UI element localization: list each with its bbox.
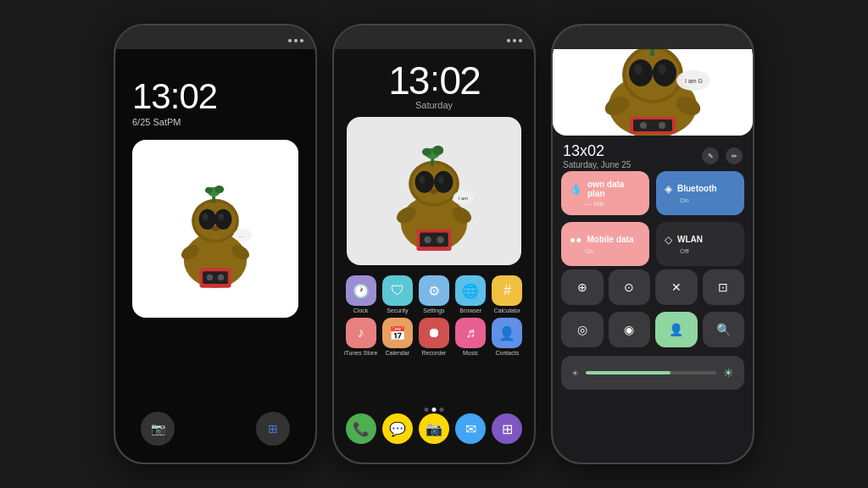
recorder-label: Recorder <box>422 350 447 357</box>
wlan-icon: ◇ <box>665 234 672 246</box>
homescreen-time: 13 : 02 <box>388 58 479 103</box>
dot-2 <box>432 408 437 412</box>
svg-point-39 <box>437 236 443 242</box>
app-music[interactable]: ♬ Music <box>453 318 488 357</box>
lockscreen-time: 13:02 <box>132 76 217 117</box>
data-plan-tile-top: 💧 own data plan <box>570 180 641 198</box>
dock-phone[interactable]: 📞 <box>343 413 379 446</box>
data-plan-tile[interactable]: 💧 own data plan — MB <box>561 171 649 215</box>
app-row-2: ♪ iTunes Store 📅 Calendar ⏺ Recorder ♬ M… <box>342 318 526 357</box>
svg-point-7 <box>204 214 208 218</box>
svg-point-28 <box>438 175 444 183</box>
lockscreen-widget: ... <box>132 140 298 318</box>
bluetooth-tile[interactable]: ◈ Bluetooth On <box>656 171 744 215</box>
small-buttons-row1: ⊕ ⊙ ✕ ⊡ <box>561 269 744 305</box>
homescreen-widget: I am <box>347 117 521 265</box>
pencil-icon[interactable]: ✏ <box>726 147 743 164</box>
dock-apps[interactable]: ⊞ <box>489 413 525 446</box>
small-btn-7[interactable]: 👤 <box>655 312 698 347</box>
phone-controlcenter: I am G 13x02 Saturday, June 25 ✎ ✏ 💧 own <box>551 24 754 464</box>
security-label: Security <box>387 308 408 314</box>
svg-point-18 <box>207 274 213 280</box>
app-security[interactable]: 🛡 Security <box>380 275 415 314</box>
small-btn-4[interactable]: ⊡ <box>703 269 745 305</box>
groot-svg-2: I am <box>375 128 493 255</box>
wlan-tile[interactable]: ◇ WLAN Off <box>656 222 744 266</box>
app-browser[interactable]: 🌐 Browser <box>453 275 488 314</box>
recorder-icon: ⏺ <box>419 318 449 348</box>
left-pill-btn[interactable]: 📷 <box>141 412 175 446</box>
app-calendar[interactable]: 📅 Calendar <box>380 318 415 357</box>
wifi-dot <box>294 39 298 42</box>
battery-dot-2 <box>519 39 522 42</box>
sms-icon: 💬 <box>382 413 413 444</box>
dock-sms[interactable]: 💬 <box>380 413 415 446</box>
homescreen-screen: 13 : 02 Saturday <box>334 25 534 463</box>
controlcenter-header: 13x02 Saturday, June 25 ✎ ✏ <box>563 142 743 169</box>
data-plan-sublabel: — MB <box>570 200 641 208</box>
mobile-data-label: Mobile data <box>587 235 634 244</box>
wlan-label: WLAN <box>677 235 703 244</box>
small-btn-8[interactable]: 🔍 <box>703 312 745 347</box>
time-colon: : <box>430 62 437 96</box>
svg-point-48 <box>634 64 643 75</box>
app-clock[interactable]: 🕐 Clock <box>343 275 379 314</box>
small-btn-1[interactable]: ⊕ <box>561 269 604 305</box>
email-icon: ✉ <box>455 413 486 444</box>
svg-point-59 <box>659 122 665 129</box>
contacts-icon: 👤 <box>492 318 522 348</box>
brightness-track <box>586 371 716 374</box>
dock-email[interactable]: ✉ <box>453 413 488 446</box>
music-label: Music <box>463 350 478 357</box>
app-recorder[interactable]: ⏺ Recorder <box>416 318 452 357</box>
svg-point-52 <box>653 31 666 43</box>
data-plan-icon: 💧 <box>570 183 582 195</box>
status-icons-1 <box>288 39 303 42</box>
small-btn-5[interactable]: ◎ <box>561 312 604 347</box>
svg-rect-37 <box>420 232 448 247</box>
browser-icon: 🌐 <box>455 275 486 306</box>
phone-lockscreen: 13:02 6/25 SatPM <box>114 24 317 464</box>
clock-icon: 🕐 <box>346 275 376 306</box>
small-buttons-row2: ◎ ◉ 👤 🔍 <box>561 312 744 347</box>
dot-1 <box>425 408 429 412</box>
app-itunes[interactable]: ♪ iTunes Store <box>343 318 379 357</box>
edit-icon[interactable]: ✎ <box>702 147 719 164</box>
app-settings[interactable]: ⚙ Settings <box>416 275 452 314</box>
settings-icon: ⚙ <box>419 275 449 306</box>
bluetooth-sublabel: On <box>665 197 736 204</box>
svg-point-38 <box>424 236 431 242</box>
brightness-control[interactable]: ☀ ☀ <box>561 356 744 390</box>
lockscreen-screen: 13:02 6/25 SatPM <box>115 25 315 463</box>
calendar-label: Calendar <box>386 350 409 357</box>
mobile-data-tile[interactable]: ●● Mobile data On <box>561 222 649 266</box>
svg-point-20 <box>233 229 252 241</box>
calculator-icon: # <box>492 275 522 306</box>
status-icons-2 <box>507 39 522 42</box>
wlan-sublabel: Off <box>665 247 736 255</box>
status-bar-1 <box>115 32 315 49</box>
controlcenter-widget: I am G <box>553 25 753 136</box>
right-pill-btn[interactable]: ⊞ <box>256 412 290 446</box>
itunes-label: iTunes Store <box>344 350 377 357</box>
app-contacts[interactable]: 👤 Contacts <box>489 318 525 357</box>
dock-camera[interactable]: 📷 <box>416 413 452 446</box>
dock: 📞 💬 📷 ✉ ⊞ <box>342 413 526 446</box>
svg-point-12 <box>214 186 224 193</box>
wifi-dot-2 <box>513 39 516 42</box>
bluetooth-label: Bluetooth <box>677 184 717 193</box>
svg-rect-57 <box>633 119 672 131</box>
settings-label: Settings <box>423 308 444 314</box>
svg-point-58 <box>640 122 647 129</box>
camera-icon: 📷 <box>419 413 449 444</box>
app-calculator[interactable]: # Calculator <box>489 275 525 314</box>
small-btn-2[interactable]: ⊙ <box>609 269 651 305</box>
svg-text:I am: I am <box>459 196 468 201</box>
signal-dot <box>288 39 292 42</box>
calendar-icon: 📅 <box>382 318 413 348</box>
contacts-label: Contacts <box>496 350 520 357</box>
controlcenter-datetime-block: 13x02 Saturday, June 25 <box>563 142 631 169</box>
calculator-label: Calculator <box>494 308 521 314</box>
small-btn-6[interactable]: ◉ <box>609 312 651 347</box>
small-btn-3[interactable]: ✕ <box>655 269 698 305</box>
